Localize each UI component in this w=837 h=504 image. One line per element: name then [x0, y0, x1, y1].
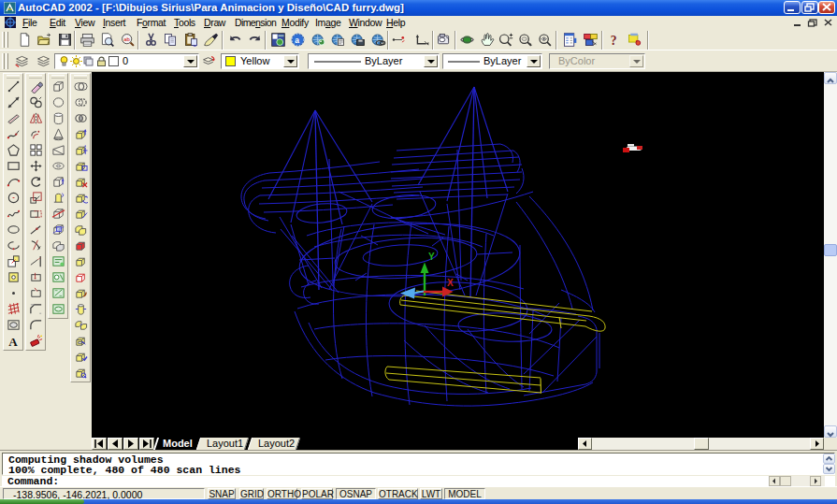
svg-text:A: A [8, 335, 18, 348]
svg-text:X: X [447, 278, 454, 288]
svg-text:?: ? [610, 33, 616, 47]
svg-text:a: a [295, 35, 299, 44]
svg-text:Y: Y [428, 252, 435, 262]
svg-text:ab: ab [123, 36, 130, 42]
